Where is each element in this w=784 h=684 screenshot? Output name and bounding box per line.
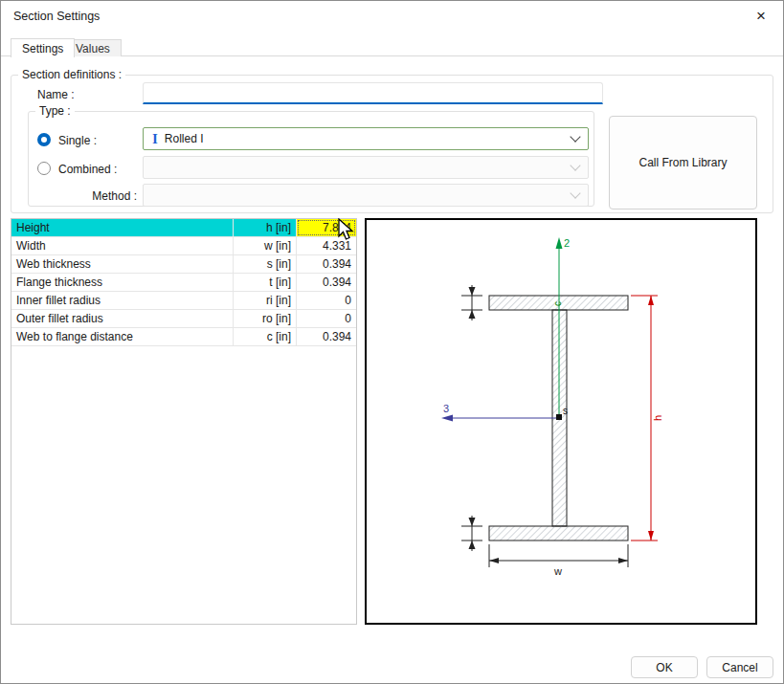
param-value[interactable]: 0.394 (297, 274, 356, 291)
table-row: Inner fillet radius ri [in] 0 (11, 292, 356, 310)
flange-thickness-marker-bottom (461, 516, 482, 551)
centroid-marker (556, 414, 562, 420)
rolled-i-section-icon: I (152, 132, 158, 146)
section-diagram: 2 3 s c h (367, 220, 755, 623)
section-definitions-legend: Section definitions : (18, 68, 125, 81)
single-type-combo[interactable]: I Rolled I (143, 127, 589, 150)
param-symbol: ro [in] (234, 310, 297, 327)
close-icon: × (756, 7, 766, 26)
w-dimension (489, 544, 628, 567)
method-label: Method : (58, 189, 137, 203)
param-name: Web thickness (11, 255, 234, 273)
table-row: Web to flange distance c [in] 0.394 (11, 328, 356, 346)
bottom-flange (489, 526, 628, 541)
call-from-library-button[interactable]: Call From Library (609, 116, 757, 210)
parameters-table: Height h [in] 7.874 Width w [in] 4.331 W… (11, 218, 357, 625)
axis-3: 3 (441, 403, 559, 422)
param-name: Height (11, 219, 234, 236)
tab-settings[interactable]: Settings (11, 38, 75, 57)
dialog-title: Section Settings (13, 10, 100, 23)
chevron-down-icon (570, 131, 580, 142)
param-value[interactable]: 4.331 (297, 237, 356, 254)
axis-2-label: 2 (564, 237, 570, 249)
h-dimension-label: h (652, 415, 663, 421)
param-value[interactable]: 0 (297, 292, 356, 309)
param-symbol: ri [in] (234, 292, 297, 309)
param-name: Width (11, 237, 234, 254)
single-radio-label[interactable]: Single : (58, 134, 97, 147)
chevron-down-icon (570, 188, 580, 198)
param-symbol: w [in] (234, 237, 297, 254)
axis-3-label: 3 (443, 403, 449, 414)
param-symbol: c [in] (234, 328, 297, 345)
combined-type-combo (143, 156, 589, 179)
table-row: Web thickness s [in] 0.394 (11, 255, 356, 274)
table-row: Outer fillet radius ro [in] 0 (11, 310, 356, 328)
ok-button[interactable]: OK (631, 656, 698, 678)
param-symbol: t [in] (234, 274, 297, 291)
param-symbol: h [in] (234, 219, 297, 236)
combined-radio-label[interactable]: Combined : (58, 163, 117, 176)
param-name: Web to flange distance (11, 328, 234, 345)
table-row: Height h [in] 7.874 (11, 219, 356, 237)
flange-thickness-marker-top (461, 285, 482, 320)
name-input[interactable] (143, 82, 603, 104)
param-name: Outer fillet radius (11, 310, 234, 327)
web-thickness-label: s (563, 406, 568, 416)
table-row: Width w [in] 4.331 (11, 237, 356, 255)
param-value[interactable]: 0.394 (297, 328, 356, 345)
section-settings-dialog: Section Settings × Settings Values Secti… (0, 0, 784, 684)
type-legend: Type : (35, 104, 75, 118)
method-combo (143, 184, 589, 207)
single-radio[interactable] (37, 133, 51, 146)
web-to-flange-label: c (552, 301, 563, 306)
param-value[interactable]: 0 (297, 310, 356, 327)
w-dimension-label: w (553, 565, 562, 577)
tab-strip: Settings Values (1, 38, 783, 56)
cancel-button[interactable]: Cancel (706, 656, 773, 678)
section-diagram-panel: 2 3 s c h (365, 218, 757, 625)
param-name: Inner fillet radius (11, 292, 234, 309)
param-name: Flange thickness (11, 274, 234, 291)
param-value[interactable]: 0.394 (297, 255, 356, 273)
close-button[interactable]: × (739, 1, 783, 32)
param-value[interactable]: 7.874 (297, 219, 356, 236)
name-label: Name : (37, 88, 75, 101)
table-row: Flange thickness t [in] 0.394 (11, 274, 356, 292)
combined-radio[interactable] (37, 162, 51, 175)
single-type-value: Rolled I (165, 132, 204, 145)
param-symbol: s [in] (234, 255, 297, 273)
chevron-down-icon (570, 160, 580, 170)
